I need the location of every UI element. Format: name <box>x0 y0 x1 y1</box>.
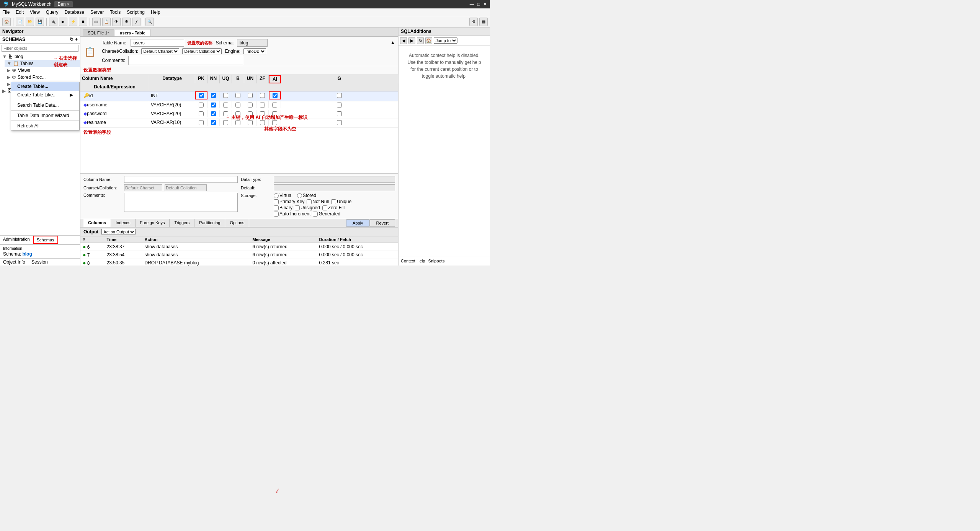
row-username-g[interactable] <box>281 101 398 108</box>
schema-input[interactable] <box>237 39 268 47</box>
table-name-input[interactable] <box>131 39 184 47</box>
schemas-add-icon[interactable]: + <box>75 37 78 42</box>
menu-edit[interactable]: Edit <box>16 10 24 15</box>
tree-views[interactable]: ▶ 👁 Views <box>5 67 80 74</box>
home-help-btn[interactable]: 🏠 <box>425 37 432 44</box>
stop-btn[interactable]: ⏹ <box>79 18 87 26</box>
connect-btn[interactable]: 🔌 <box>49 18 57 26</box>
new-sql-btn[interactable]: 📄 <box>16 18 24 26</box>
tab-columns[interactable]: Columns <box>83 219 111 227</box>
charset-select[interactable]: Default Charset <box>141 48 179 54</box>
schemas-refresh-icon[interactable]: ↻ <box>70 37 74 42</box>
menu-file[interactable]: File <box>2 10 10 15</box>
tree-blog[interactable]: ▼ 🗄 blog <box>0 53 80 60</box>
row-id-b[interactable] <box>232 91 244 99</box>
engine-select[interactable]: InnoDB <box>243 48 266 54</box>
row-id-uq[interactable] <box>220 91 232 99</box>
save-sql-btn[interactable]: 💾 <box>36 18 44 26</box>
row-username-b[interactable] <box>232 101 244 108</box>
annotations-row: ← 主键，使用 AI 自动增加产生唯一标识 其他字段不为空 <box>80 137 398 139</box>
maximize-btn[interactable]: □ <box>477 2 480 7</box>
row-password-nn[interactable] <box>207 110 220 117</box>
table-btn[interactable]: 📋 <box>102 18 111 26</box>
charset-label: Charset/Collation: <box>102 49 138 54</box>
tab-ben[interactable]: Ben × <box>54 1 73 7</box>
row-id-g[interactable] <box>281 91 398 99</box>
filter-input[interactable] <box>2 45 78 52</box>
tab-partitioning[interactable]: Partitioning <box>194 219 225 227</box>
settings-btn[interactable]: ⚙ <box>469 18 478 26</box>
admin-tab[interactable]: Administration <box>0 236 33 244</box>
menu-help[interactable]: Help <box>151 10 160 15</box>
row-username-ai[interactable] <box>269 101 281 108</box>
row-password-pk[interactable] <box>195 110 207 117</box>
refresh-btn[interactable]: ↻ <box>417 37 424 44</box>
exec2-btn[interactable]: ⚡ <box>69 18 77 26</box>
proc-btn[interactable]: ⚙ <box>122 18 131 26</box>
exec-btn[interactable]: ▶ <box>59 18 67 26</box>
context-menu-refresh[interactable]: Refresh All <box>11 122 79 130</box>
menu-server[interactable]: Server <box>90 10 104 15</box>
menu-scripting[interactable]: Scripting <box>127 10 145 15</box>
sep3 <box>90 18 90 26</box>
row-id-ai[interactable] <box>269 91 281 99</box>
forward-btn[interactable]: ▶ <box>408 37 415 44</box>
minimize-btn[interactable]: — <box>470 2 474 7</box>
row-id-zf[interactable] <box>256 91 269 99</box>
close-btn[interactable]: ✕ <box>483 2 487 7</box>
context-help-link[interactable]: Context Help <box>401 259 425 263</box>
menu-database[interactable]: Database <box>65 10 84 15</box>
default-input[interactable] <box>274 184 395 191</box>
row-username-zf[interactable] <box>256 101 269 108</box>
tab-options[interactable]: Options <box>225 219 249 227</box>
schemas-tab[interactable]: Schemas <box>33 236 58 244</box>
tab-sql-file[interactable]: SQL File 1* <box>83 29 114 36</box>
menu-tools[interactable]: Tools <box>110 10 121 15</box>
view-btn[interactable]: 👁 <box>112 18 121 26</box>
context-menu-search-table[interactable]: Search Table Data... <box>11 101 79 109</box>
collation-select[interactable]: Default Collation <box>182 48 222 54</box>
context-menu-create-table[interactable]: Create Table... <box>11 82 79 91</box>
open-sql-btn[interactable]: 📂 <box>26 18 34 26</box>
comments-detail-textarea[interactable] <box>124 193 238 212</box>
row-id-un[interactable] <box>244 91 256 99</box>
tab-users-table[interactable]: users - Table <box>115 29 150 36</box>
row-realname-nn[interactable] <box>207 119 220 126</box>
action-output-select[interactable]: Action Output <box>101 229 136 235</box>
context-menu-create-table-like[interactable]: Create Table Like... ▶ <box>11 91 79 99</box>
jump-to-select[interactable]: Jump to <box>434 37 457 44</box>
detail-panel: Column Name: Charset/Collation: Comments… <box>80 173 398 219</box>
comments-textarea[interactable] <box>128 56 243 65</box>
schema-btn[interactable]: 🗃 <box>92 18 101 26</box>
home-btn[interactable]: 🏠 <box>2 18 11 26</box>
data-type-input[interactable] <box>274 176 395 183</box>
row-username-un[interactable] <box>244 101 256 108</box>
tree-tables[interactable]: ▼ 📋 Tables <box>5 60 80 67</box>
collation-detail-input[interactable] <box>165 184 207 191</box>
row-username-uq[interactable] <box>220 101 232 108</box>
charset-detail-input[interactable] <box>124 184 162 191</box>
object-info-tab[interactable]: Object Info <box>0 259 28 266</box>
row-id-nn[interactable] <box>207 91 220 99</box>
row-username-nn[interactable] <box>207 101 220 108</box>
back-btn[interactable]: ◀ <box>400 37 407 44</box>
revert-button[interactable]: Revert <box>370 219 395 227</box>
tab-indexes[interactable]: Indexes <box>111 219 136 227</box>
inspector-btn[interactable]: 🔍 <box>145 18 154 26</box>
row-username-pk[interactable] <box>195 101 207 108</box>
tab-foreign-keys[interactable]: Foreign Keys <box>136 219 170 227</box>
menu-view[interactable]: View <box>30 10 40 15</box>
func-btn[interactable]: 𝑓 <box>132 18 140 26</box>
col-name-input[interactable] <box>124 176 238 183</box>
row-realname-pk[interactable] <box>195 119 207 126</box>
panel-toggle-btn[interactable]: ▦ <box>479 18 488 26</box>
session-tab[interactable]: Session <box>28 259 51 266</box>
tab-triggers[interactable]: Triggers <box>170 219 194 227</box>
collapse-btn[interactable]: ▲ <box>390 40 395 45</box>
apply-button[interactable]: Apply <box>346 219 370 227</box>
context-menu-import-wizard[interactable]: Table Data Import Wizard <box>11 111 79 120</box>
row-id-pk[interactable] <box>195 91 207 99</box>
menu-query[interactable]: Query <box>46 10 59 15</box>
tree-stored-procs[interactable]: ▶ ⚙ Stored Proc... <box>5 74 80 81</box>
snippets-link[interactable]: Snippets <box>428 259 445 263</box>
